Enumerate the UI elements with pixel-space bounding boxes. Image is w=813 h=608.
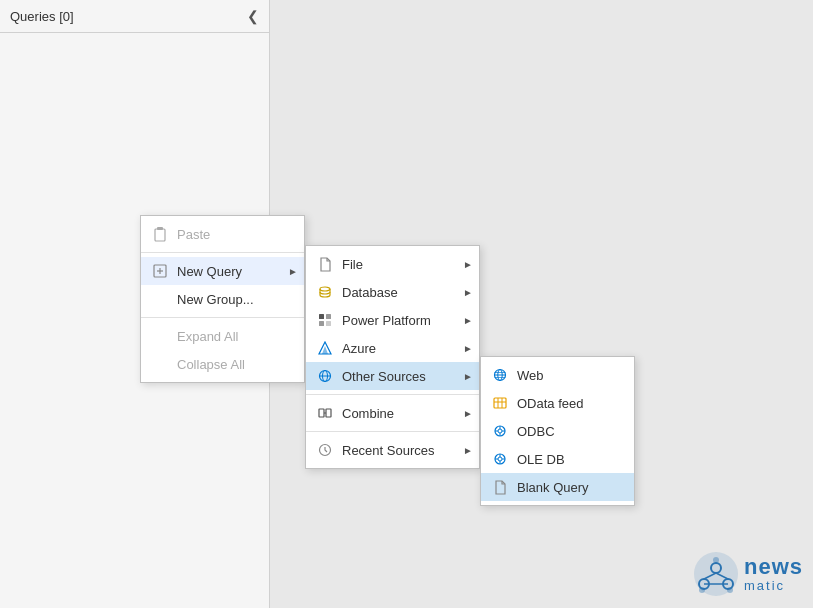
web-label: Web xyxy=(517,368,610,383)
other-sources-icon xyxy=(316,367,334,385)
sidebar-header: Queries [0] ❮ xyxy=(0,0,269,33)
new-group-label: New Group... xyxy=(177,292,280,307)
other-sources-label: Other Sources xyxy=(342,369,455,384)
ole-db-icon xyxy=(491,450,509,468)
svg-point-5 xyxy=(320,287,330,291)
odata-feed-label: OData feed xyxy=(517,396,610,411)
new-group-menu-item[interactable]: New Group... xyxy=(141,285,304,313)
recent-sources-arrow: ► xyxy=(463,445,473,456)
context-menu-1: Paste New Query ► New Group... Expand Al… xyxy=(140,215,305,383)
separator-4 xyxy=(306,431,479,432)
blank-query-label: Blank Query xyxy=(517,480,610,495)
collapse-all-icon xyxy=(151,355,169,373)
collapse-icon[interactable]: ❮ xyxy=(247,8,259,24)
paste-label: Paste xyxy=(177,227,280,242)
svg-rect-24 xyxy=(494,398,506,408)
new-query-icon xyxy=(151,262,169,280)
svg-point-48 xyxy=(699,587,705,593)
separator-1 xyxy=(141,252,304,253)
ole-db-menu-item[interactable]: OLE DB xyxy=(481,445,634,473)
watermark-text: news matic xyxy=(744,555,803,593)
svg-point-47 xyxy=(713,557,719,563)
svg-rect-6 xyxy=(319,314,324,319)
power-platform-icon xyxy=(316,311,334,329)
svg-rect-15 xyxy=(319,409,324,417)
file-icon xyxy=(316,255,334,273)
odata-icon xyxy=(491,394,509,412)
watermark: news matic xyxy=(692,550,803,598)
watermark-matic-label: matic xyxy=(744,579,803,593)
svg-rect-7 xyxy=(326,314,331,319)
power-platform-arrow: ► xyxy=(463,315,473,326)
watermark-news-label: news xyxy=(744,555,803,579)
new-query-label: New Query xyxy=(177,264,280,279)
file-label: File xyxy=(342,257,455,272)
svg-rect-1 xyxy=(157,227,163,230)
combine-menu-item[interactable]: Combine ► xyxy=(306,399,479,427)
new-group-icon xyxy=(151,290,169,308)
svg-point-49 xyxy=(727,587,733,593)
combine-label: Combine xyxy=(342,406,455,421)
database-label: Database xyxy=(342,285,455,300)
file-arrow: ► xyxy=(463,259,473,270)
new-query-menu-item[interactable]: New Query ► xyxy=(141,257,304,285)
svg-point-29 xyxy=(498,429,502,433)
power-platform-menu-item[interactable]: Power Platform ► xyxy=(306,306,479,334)
file-menu-item[interactable]: File ► xyxy=(306,250,479,278)
collapse-all-menu-item[interactable]: Collapse All xyxy=(141,350,304,378)
azure-arrow: ► xyxy=(463,343,473,354)
recent-sources-label: Recent Sources xyxy=(342,443,455,458)
paste-icon xyxy=(151,225,169,243)
odbc-icon xyxy=(491,422,509,440)
blank-query-icon xyxy=(491,478,509,496)
other-sources-arrow: ► xyxy=(463,371,473,382)
watermark-logo-icon xyxy=(692,550,740,598)
database-arrow: ► xyxy=(463,287,473,298)
svg-rect-8 xyxy=(319,321,324,326)
svg-rect-16 xyxy=(326,409,331,417)
power-platform-label: Power Platform xyxy=(342,313,455,328)
combine-arrow: ► xyxy=(463,408,473,419)
expand-all-menu-item[interactable]: Expand All xyxy=(141,322,304,350)
odbc-label: ODBC xyxy=(517,424,610,439)
sidebar-title: Queries [0] xyxy=(10,9,74,24)
ole-db-label: OLE DB xyxy=(517,452,610,467)
other-sources-menu-item[interactable]: Other Sources ► xyxy=(306,362,479,390)
expand-all-label: Expand All xyxy=(177,329,280,344)
collapse-all-label: Collapse All xyxy=(177,357,280,372)
database-icon xyxy=(316,283,334,301)
separator-2 xyxy=(141,317,304,318)
odata-feed-menu-item[interactable]: OData feed xyxy=(481,389,634,417)
separator-3 xyxy=(306,394,479,395)
web-icon xyxy=(491,366,509,384)
azure-icon xyxy=(316,339,334,357)
azure-menu-item[interactable]: Azure ► xyxy=(306,334,479,362)
svg-rect-9 xyxy=(326,321,331,326)
context-menu-2: File ► Database ► Power Platform ► xyxy=(305,245,480,469)
web-menu-item[interactable]: Web xyxy=(481,361,634,389)
database-menu-item[interactable]: Database ► xyxy=(306,278,479,306)
svg-point-35 xyxy=(498,457,502,461)
expand-all-icon xyxy=(151,327,169,345)
paste-menu-item[interactable]: Paste xyxy=(141,220,304,248)
combine-icon xyxy=(316,404,334,422)
recent-sources-menu-item[interactable]: Recent Sources ► xyxy=(306,436,479,464)
context-menu-3: Web OData feed ODBC xyxy=(480,356,635,506)
svg-rect-0 xyxy=(155,229,165,241)
recent-sources-icon xyxy=(316,441,334,459)
blank-query-menu-item[interactable]: Blank Query xyxy=(481,473,634,501)
new-query-arrow: ► xyxy=(288,266,298,277)
azure-label: Azure xyxy=(342,341,455,356)
odbc-menu-item[interactable]: ODBC xyxy=(481,417,634,445)
